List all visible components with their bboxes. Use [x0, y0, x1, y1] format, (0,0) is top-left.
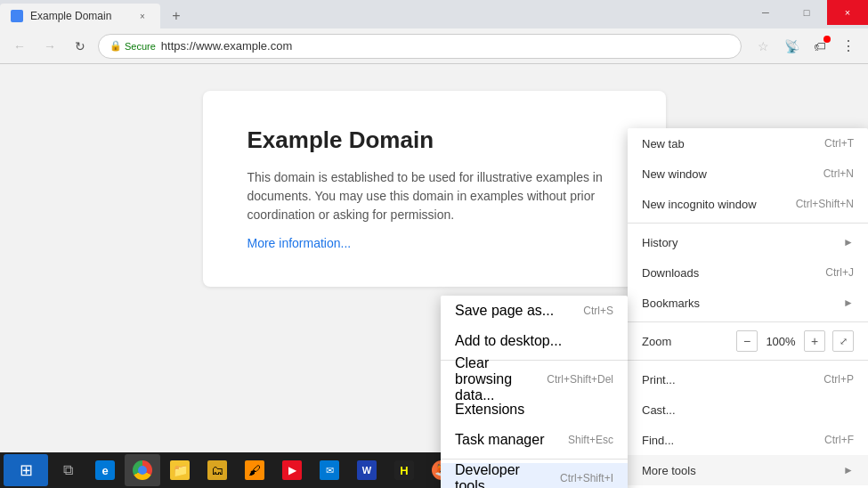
app1-icon: W — [357, 460, 377, 480]
page-heading: Example Domain — [247, 126, 621, 154]
print-shortcut: Ctrl+P — [823, 373, 854, 386]
zoom-row: Zoom − 100% + ⤢ — [628, 326, 868, 356]
submenu-task-manager[interactable]: Task manager Shift+Esc — [441, 425, 628, 455]
tab-title: Example Domain — [30, 10, 128, 22]
secure-label: Secure — [125, 41, 156, 52]
zoom-expand-button[interactable]: ⤢ — [832, 330, 854, 352]
start-button[interactable]: ⊞ — [4, 454, 48, 486]
bookmarks-label: Bookmarks — [642, 297, 843, 310]
zoom-out-button[interactable]: − — [736, 330, 758, 352]
edge-icon: e — [95, 460, 115, 480]
secure-badge: 🔒 Secure — [110, 40, 156, 52]
media-icon: ▶ — [282, 460, 302, 480]
bookmarks-arrow: ► — [843, 297, 854, 309]
new-tab-label: New tab — [642, 137, 810, 150]
extension-button[interactable]: 🏷 — [807, 34, 832, 59]
back-button[interactable]: ← — [7, 34, 32, 59]
submenu-add-desktop[interactable]: Add to desktop... — [441, 326, 628, 356]
submenu-developer-tools[interactable]: Developer tools Ctrl+Shift+I — [441, 463, 628, 488]
address-bar: ← → ↻ 🔒 Secure https://www.example.com ☆… — [0, 28, 868, 64]
hotel-icon: H — [394, 460, 414, 480]
new-tab-button[interactable]: + — [164, 4, 189, 28]
menu-item-downloads[interactable]: Downloads Ctrl+J — [628, 257, 868, 288]
bookmark-button[interactable]: ☆ — [750, 34, 775, 59]
dev-shortcut: Ctrl+Shift+I — [560, 472, 613, 484]
close-button[interactable]: × — [827, 0, 868, 25]
url-text: https://www.example.com — [161, 39, 292, 53]
chrome-menu-button[interactable]: ⋮ — [836, 34, 861, 59]
incognito-shortcut: Ctrl+Shift+N — [796, 198, 854, 210]
more-tools-submenu: Save page as... Ctrl+S Add to desktop...… — [441, 296, 628, 488]
menu-item-find[interactable]: Find... Ctrl+F — [628, 425, 868, 455]
browser-tab[interactable]: Example Domain × — [0, 4, 160, 28]
more-info-link[interactable]: More information... — [247, 236, 352, 250]
menu-item-bookmarks[interactable]: Bookmarks ► — [628, 288, 868, 318]
task-shortcut: Shift+Esc — [568, 434, 613, 446]
clear-shortcut: Ctrl+Shift+Del — [547, 373, 613, 386]
start-icon: ⊞ — [20, 460, 33, 480]
explorer-icon: 📁 — [170, 460, 190, 480]
new-tab-shortcut: Ctrl+T — [824, 137, 854, 150]
more-tools-arrow: ► — [843, 464, 854, 476]
page-card: Example Domain This domain is establishe… — [203, 91, 666, 287]
taskbar-folder2[interactable]: 🗂 — [199, 454, 235, 486]
cast-icon[interactable]: 📡 — [779, 34, 804, 59]
dev-tools-label: Developer tools — [455, 462, 546, 488]
menu-item-new-window[interactable]: New window Ctrl+N — [628, 159, 868, 189]
downloads-shortcut: Ctrl+J — [825, 266, 854, 279]
zoom-in-button[interactable]: + — [804, 330, 825, 352]
history-arrow: ► — [843, 236, 854, 248]
tab-close-button[interactable]: × — [135, 9, 150, 23]
paint-icon: 🖌 — [245, 460, 264, 480]
taskbar-app1[interactable]: W — [349, 454, 385, 486]
task-view-button[interactable]: ⧉ — [50, 454, 85, 486]
cast-label: Cast... — [642, 403, 854, 417]
more-tools-label: More tools — [642, 464, 843, 477]
chrome-menu: New tab Ctrl+T New window Ctrl+N New inc… — [628, 128, 868, 488]
find-label: Find... — [642, 434, 810, 447]
new-window-label: New window — [642, 167, 809, 181]
print-label: Print... — [642, 373, 809, 386]
taskbar-chrome[interactable] — [125, 454, 160, 486]
taskbar-paint[interactable]: 🖌 — [237, 454, 272, 486]
forward-button[interactable]: → — [37, 34, 62, 59]
menu-item-more-tools[interactable]: More tools ► — [628, 455, 868, 485]
find-shortcut: Ctrl+F — [824, 434, 854, 446]
taskbar-edge[interactable]: e — [87, 454, 123, 486]
menu-item-print[interactable]: Print... Ctrl+P — [628, 364, 868, 394]
chrome-icon — [133, 460, 152, 480]
minimize-button[interactable]: ─ — [745, 0, 786, 25]
taskbar-media[interactable]: ▶ — [274, 454, 310, 486]
title-bar: Example Domain × + ─ □ × — [0, 0, 868, 28]
reload-button[interactable]: ↻ — [68, 34, 93, 59]
menu-item-incognito[interactable]: New incognito window Ctrl+Shift+N — [628, 189, 868, 219]
taskbar-outlook[interactable]: ✉ — [312, 454, 347, 486]
address-field[interactable]: 🔒 Secure https://www.example.com — [98, 34, 742, 59]
save-shortcut: Ctrl+S — [583, 305, 613, 317]
taskbar-explorer[interactable]: 📁 — [162, 454, 198, 486]
toolbar-icons: ☆ 📡 🏷 ⋮ — [750, 34, 861, 59]
task-view-icon: ⧉ — [63, 462, 73, 478]
maximize-button[interactable]: □ — [786, 0, 827, 25]
divider-3 — [628, 360, 868, 361]
browser-window: Example Domain × + ─ □ × ← → ↻ 🔒 Secure … — [0, 0, 868, 488]
page-content: Example Domain This domain is establishe… — [0, 64, 868, 488]
history-label: History — [642, 236, 843, 249]
menu-item-new-tab[interactable]: New tab Ctrl+T — [628, 128, 868, 159]
menu-item-cast[interactable]: Cast... — [628, 394, 868, 425]
incognito-label: New incognito window — [642, 198, 782, 211]
clear-browsing-label: Clear browsing data... — [455, 355, 532, 403]
taskbar-hotel[interactable]: H — [386, 454, 422, 486]
divider-2 — [628, 321, 868, 322]
downloads-label: Downloads — [642, 266, 811, 280]
menu-item-history[interactable]: History ► — [628, 227, 868, 257]
submenu-save-page[interactable]: Save page as... Ctrl+S — [441, 296, 628, 326]
outlook-icon: ✉ — [320, 460, 339, 480]
zoom-controls: − 100% + ⤢ — [736, 330, 854, 352]
submenu-clear-browsing[interactable]: Clear browsing data... Ctrl+Shift+Del — [441, 364, 628, 394]
zoom-label: Zoom — [642, 335, 671, 348]
save-page-label: Save page as... — [455, 303, 569, 319]
window-controls: ─ □ × — [745, 0, 868, 25]
add-desktop-label: Add to desktop... — [455, 333, 613, 349]
page-body: This domain is established to be used fo… — [247, 168, 621, 224]
